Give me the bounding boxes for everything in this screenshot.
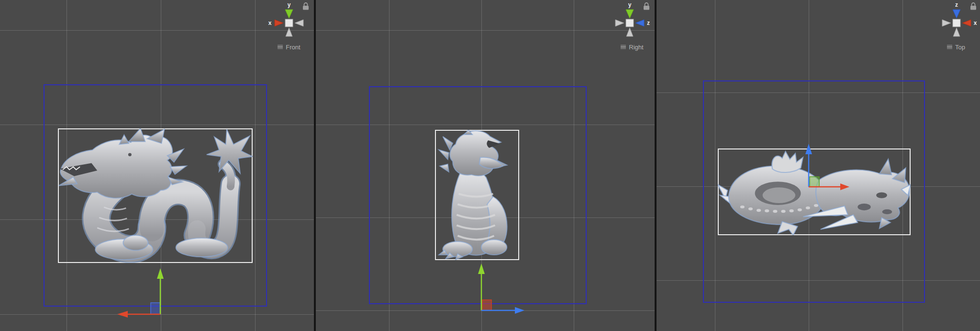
viewport-front: y x Front	[0, 0, 314, 331]
view-label: Right	[629, 44, 643, 51]
neutral-cone-left[interactable]	[942, 20, 951, 26]
y-axis-arrow[interactable]	[157, 268, 164, 279]
head-spike	[439, 150, 449, 160]
orientation-gizmo: y x	[258, 0, 314, 38]
move-gizmo	[453, 259, 534, 316]
y-axis-cone[interactable]	[626, 10, 634, 18]
view-label: Front	[286, 44, 300, 51]
z-axis-cone[interactable]	[635, 20, 644, 26]
z-axis-arrow[interactable]	[515, 307, 524, 314]
neutral-cone-bottom[interactable]	[626, 28, 633, 36]
x-axis-arrow[interactable]	[117, 311, 128, 318]
head-spike	[443, 137, 453, 150]
x-axis-cone[interactable]	[275, 20, 283, 26]
view-label: Top	[955, 44, 965, 51]
head-horn	[880, 159, 891, 175]
dragon-head	[450, 131, 507, 176]
z-axis-cone[interactable]	[953, 10, 960, 18]
view-menu-right[interactable]: Right	[599, 42, 655, 52]
dragon-model[interactable]	[58, 128, 253, 263]
padlock-icon[interactable]	[644, 3, 649, 10]
gizmo-center-cube[interactable]	[285, 19, 293, 27]
axis-label-side: x	[974, 20, 977, 26]
viewport-top: z x Top	[657, 0, 980, 331]
neutral-cone-right[interactable]	[295, 20, 303, 26]
viewport-divider[interactable]	[655, 0, 657, 331]
viewport-divider[interactable]	[314, 0, 316, 331]
orientation-gizmo: z x	[926, 0, 980, 38]
horn	[129, 128, 145, 141]
neutral-cone-left[interactable]	[615, 20, 624, 26]
move-gizmo	[780, 140, 861, 193]
move-gizmo	[109, 263, 171, 320]
view-menu-top[interactable]: Top	[923, 42, 980, 52]
y-axis-cone[interactable]	[285, 10, 293, 18]
right-foot	[481, 240, 507, 255]
scene-multi-view: y x Front	[0, 0, 980, 331]
jaw	[479, 157, 503, 168]
hamburger-icon	[278, 44, 283, 50]
head-spike	[821, 215, 858, 229]
axis-label-side: x	[268, 20, 272, 26]
frill-spike	[170, 166, 187, 174]
axis-label-top: y	[288, 1, 291, 8]
orientation-gizmo: y z	[599, 0, 655, 38]
z-axis-arrow[interactable]	[805, 144, 812, 154]
hamburger-icon	[621, 44, 626, 50]
axis-label-side: z	[647, 20, 650, 26]
viewport-right: y z Right	[316, 0, 655, 331]
dragon-model[interactable]	[435, 130, 519, 260]
yz-plane-handle[interactable]	[482, 300, 491, 310]
dragon-body	[59, 128, 253, 260]
axis-label-top: y	[628, 1, 632, 8]
xy-plane-handle[interactable]	[151, 303, 160, 314]
eye	[128, 153, 132, 156]
x-axis-arrow[interactable]	[840, 183, 849, 190]
hamburger-icon	[947, 44, 952, 50]
view-menu-front[interactable]: Front	[256, 42, 314, 52]
padlock-icon[interactable]	[303, 3, 309, 10]
padlock-icon[interactable]	[970, 3, 976, 10]
head-spike	[440, 164, 449, 172]
x-axis-cone[interactable]	[962, 20, 971, 26]
gizmo-center-cube[interactable]	[953, 19, 960, 27]
neutral-cone-bottom[interactable]	[953, 28, 960, 36]
neutral-cone-bottom[interactable]	[286, 28, 292, 36]
gizmo-center-cube[interactable]	[626, 19, 634, 27]
xz-plane-handle[interactable]	[810, 177, 819, 187]
y-axis-arrow[interactable]	[478, 263, 485, 274]
axis-label-top: z	[955, 1, 958, 8]
